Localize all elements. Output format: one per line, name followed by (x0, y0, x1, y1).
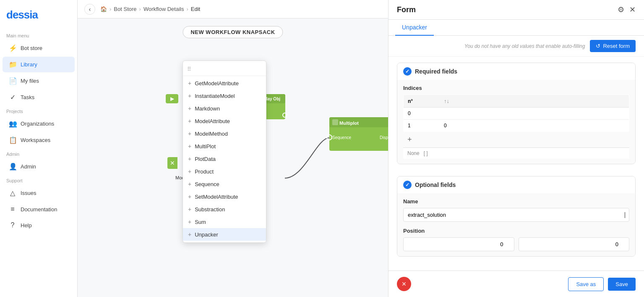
organizations-icon: 👥 (9, 120, 16, 128)
node-label: Unpacker (195, 231, 218, 238)
form-panel: Form ⚙ ✕ Unpacker You do not have any ol… (388, 0, 644, 297)
bot-store-icon: ⚡ (9, 44, 16, 52)
sidebar-item-issues[interactable]: △ Issues (3, 185, 75, 201)
left-node-partial: ▶ (166, 94, 178, 103)
required-section-body: Indices n° ↑↓ 0 (397, 80, 635, 164)
name-input[interactable] (403, 208, 629, 222)
close-icon[interactable]: ✕ (629, 5, 636, 14)
sidebar-item-workspaces[interactable]: 📋 Workspaces (3, 132, 75, 148)
position-label: Position (403, 228, 629, 234)
support-label: Support (0, 175, 77, 185)
sidebar-item-documentation[interactable]: ≡ Documentation (3, 202, 75, 217)
drag-icon: ⠿ (187, 66, 191, 72)
node-label: ModelMethod (195, 131, 228, 137)
node-label: ModelAttribute (195, 118, 230, 124)
node-menu-item-product[interactable]: + Product (183, 165, 266, 178)
table-header-value: ↑↓ (440, 95, 629, 108)
svg-rect-4 (329, 117, 388, 151)
sidebar-item-organizations[interactable]: 👥 Organizations (3, 116, 75, 131)
help-icon: ? (9, 221, 16, 229)
position-x-input[interactable] (403, 237, 514, 251)
sidebar-item-bot-store[interactable]: ⚡ Bot store (3, 40, 75, 56)
plus-icon: + (188, 181, 191, 187)
delete-icon: × (402, 280, 407, 289)
topbar: ‹ 🏠 › Bot Store › Workflow Details › Edi… (78, 0, 388, 18)
form-footer: × Save as Save (388, 271, 644, 297)
node-menu-item-plotdata[interactable]: + PlotData (183, 152, 266, 165)
plus-icon: + (188, 130, 191, 137)
row-0-value[interactable] (440, 108, 629, 120)
table-row: 0 (404, 108, 629, 120)
sidebar-item-my-files[interactable]: 📄 My files (3, 73, 75, 89)
table-row: 1 0 (404, 120, 629, 132)
left-node-bottom: ✕ (167, 157, 177, 169)
sidebar-item-help[interactable]: ? Help (3, 218, 75, 233)
reset-icon: ↺ (596, 43, 600, 49)
save-as-label: Save as (576, 281, 596, 287)
breadcrumb-sep2: › (139, 6, 141, 12)
reset-form-button[interactable]: ↺ Reset form (590, 40, 636, 52)
node-menu-item-unpacker[interactable]: + Unpacker (183, 228, 266, 241)
node-label: SetModelAttribute (195, 194, 238, 200)
node-label: Sum (195, 219, 206, 225)
position-y-input[interactable] (519, 237, 630, 251)
svg-text:Multiplot: Multiplot (339, 121, 359, 126)
add-row-button[interactable]: + (403, 134, 416, 146)
tab-label: Unpacker (402, 24, 427, 31)
sidebar-item-admin[interactable]: 👤 Admin (3, 159, 75, 174)
back-button[interactable]: ‹ (84, 4, 95, 15)
node-menu-item-modelattribute[interactable]: + ModelAttribute (183, 115, 266, 127)
plus-icon: + (188, 231, 191, 238)
form-title: Form (397, 5, 416, 14)
node-label: GetModelAttribute (195, 80, 239, 87)
row-1-value: 0 (440, 120, 629, 132)
save-as-button[interactable]: Save as (568, 277, 604, 291)
settings-icon[interactable]: ⚙ (618, 5, 624, 14)
sidebar-item-library[interactable]: 📁 Library (3, 57, 75, 72)
plus-icon: + (188, 143, 191, 150)
canvas-area[interactable]: NEW WORKFLOW KNAPSACK ⠿ + GetModelAttrib… (78, 18, 388, 297)
sidebar-item-label: Documentation (21, 206, 57, 213)
optional-toggle-icon[interactable]: ✓ (403, 181, 412, 189)
node-menu-item-markdown[interactable]: + Markdown (183, 102, 266, 115)
sidebar-item-tasks[interactable]: ✓ Tasks (3, 89, 75, 105)
projects-label: Projects (0, 105, 77, 116)
sidebar-item-label: My files (21, 78, 39, 84)
sidebar-item-label: Admin (21, 163, 36, 170)
node-label: PlotData (195, 156, 216, 162)
node-label: MultiPlot (195, 143, 216, 150)
svg-text:Display Object: Display Object (380, 135, 388, 140)
plus-icon: + (188, 168, 191, 175)
node-menu-item-setmodelattribute[interactable]: + SetModelAttribute (183, 190, 266, 203)
tasks-icon: ✓ (9, 93, 16, 101)
admin-icon: 👤 (9, 163, 16, 171)
node-menu-item-sequence[interactable]: + Sequence (183, 178, 266, 190)
sidebar-item-label: Tasks (21, 94, 34, 100)
optional-section-header: ✓ Optional fields (397, 176, 635, 193)
indices-table: n° ↑↓ 0 1 0 (403, 95, 629, 132)
node-label: Product (195, 168, 214, 175)
svg-text:Sequence: Sequence (332, 135, 351, 140)
node-menu-item-substraction[interactable]: + Substraction (183, 203, 266, 216)
breadcrumb-sep1: › (110, 6, 111, 12)
autofill-bar: You do not have any old values that enab… (388, 36, 644, 57)
delete-button[interactable]: × (397, 277, 411, 291)
node-menu-item-modelmethod[interactable]: + ModelMethod (183, 127, 266, 140)
save-button[interactable]: Save (608, 278, 636, 291)
node-menu: ⠿ + GetModelAttribute + InstantiateModel… (183, 60, 266, 243)
node-menu-item-instantiatemodel[interactable]: + InstantiateModel (183, 89, 266, 102)
node-menu-item-getmodelattribute[interactable]: + GetModelAttribute (183, 77, 266, 89)
row-1-n: 1 (404, 120, 440, 132)
breadcrumb-workflow-details[interactable]: Workflow Details (143, 6, 184, 12)
required-toggle-icon[interactable]: ✓ (403, 67, 412, 76)
node-menu-item-sum[interactable]: + Sum (183, 216, 266, 228)
breadcrumb-bot-store[interactable]: Bot Store (114, 6, 136, 12)
row-0-input[interactable] (444, 110, 625, 116)
home-icon[interactable]: 🏠 (100, 6, 107, 12)
tab-unpacker[interactable]: Unpacker (395, 20, 434, 36)
sort-icon[interactable]: ↑↓ (444, 98, 449, 104)
node-menu-item-multiplot[interactable]: + MultiPlot (183, 140, 266, 152)
svg-point-3 (283, 113, 287, 117)
name-label: Name (403, 198, 629, 205)
sidebar-item-label: Help (21, 222, 32, 229)
